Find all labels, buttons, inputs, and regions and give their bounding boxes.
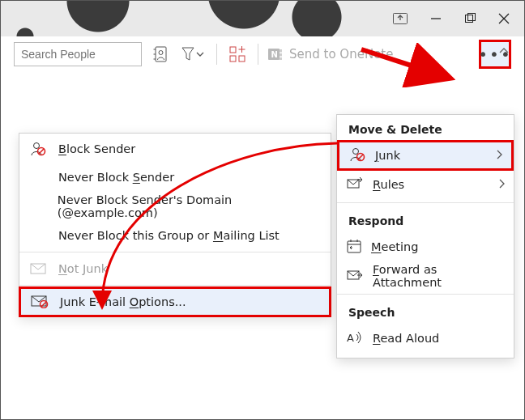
menu-label: Never Block Sender: [58, 171, 174, 184]
menu-separator: [337, 202, 514, 203]
forward-attachment-icon: [347, 269, 363, 284]
junk-icon: [349, 147, 365, 164]
menu-label: Junk E-mail Options...: [60, 295, 186, 308]
menu-label: Never Block this Group or Mailing List: [58, 229, 280, 242]
menu-label: Read Aloud: [373, 332, 439, 345]
overflow-menu: Move & Delete Junk Rules Respond Meeting…: [336, 114, 514, 358]
divider: [258, 44, 258, 65]
svg-rect-19: [280, 53, 282, 57]
block-sender-icon: [29, 142, 47, 156]
menu-label: Never Block Sender's Domain (@example.co…: [58, 193, 321, 219]
svg-point-28: [353, 148, 359, 154]
menu-label: Junk: [375, 149, 400, 162]
svg-rect-11: [230, 47, 236, 53]
search-people-input[interactable]: [14, 42, 142, 66]
chevron-right-icon: [499, 178, 506, 191]
window-titlebar: [1, 1, 524, 36]
apps-icon[interactable]: [227, 42, 248, 66]
menu-forward-attachment[interactable]: Forward as Attachment: [337, 261, 514, 291]
minimize-button[interactable]: [430, 13, 442, 24]
menu-label: Meeting: [371, 240, 418, 253]
menu-separator: [19, 285, 331, 286]
svg-rect-2: [466, 15, 473, 23]
read-aloud-icon: A: [347, 331, 363, 346]
section-respond: Respond: [337, 206, 514, 232]
close-button[interactable]: [498, 13, 510, 24]
menu-label: Not Junk: [58, 262, 108, 275]
menu-never-block-sender[interactable]: Never Block Sender: [19, 163, 331, 192]
menu-read-aloud[interactable]: A Read Aloud: [337, 324, 514, 353]
send-to-onenote-button: N Send to OneNote: [268, 47, 393, 62]
junk-options-icon: [31, 295, 49, 308]
mail-icon: [29, 263, 47, 274]
svg-rect-13: [239, 56, 245, 62]
send-to-onenote-label: Send to OneNote: [289, 47, 393, 62]
menu-label: Forward as Attachment: [373, 263, 504, 289]
menu-junk-email-options[interactable]: Junk E-mail Options...: [19, 286, 331, 317]
svg-line-23: [39, 149, 44, 154]
menu-label: Block Sender: [58, 142, 135, 155]
ribbon-collapse-icon[interactable]: [498, 45, 510, 57]
menu-never-block-domain[interactable]: Never Block Sender's Domain (@example.co…: [19, 192, 331, 221]
section-speech: Speech: [337, 298, 514, 324]
svg-text:A: A: [347, 332, 354, 344]
svg-rect-32: [348, 241, 361, 252]
section-move-delete: Move & Delete: [337, 115, 514, 141]
address-book-icon[interactable]: [150, 42, 171, 66]
svg-rect-12: [230, 56, 236, 62]
rules-icon: [347, 177, 363, 193]
ribbon-toolbar: N Send to OneNote •••: [1, 36, 524, 72]
menu-junk[interactable]: Junk: [337, 140, 514, 171]
menu-block-sender[interactable]: Block Sender: [19, 134, 331, 163]
svg-line-30: [358, 155, 363, 159]
calendar-icon: [347, 239, 361, 256]
maximize-button[interactable]: [464, 13, 476, 24]
menu-meeting[interactable]: Meeting: [337, 232, 514, 261]
menu-not-junk: Not Junk: [19, 254, 331, 283]
svg-text:N: N: [271, 50, 278, 59]
chevron-right-icon: [497, 149, 503, 162]
menu-separator: [337, 294, 514, 295]
menu-rules[interactable]: Rules: [337, 170, 514, 199]
svg-rect-20: [280, 57, 282, 60]
svg-point-21: [34, 143, 40, 149]
svg-rect-18: [280, 49, 282, 53]
divider: [216, 44, 217, 65]
menu-never-block-group[interactable]: Never Block this Group or Mailing List: [19, 221, 331, 250]
junk-submenu: Block Sender Never Block Sender Never Bl…: [19, 133, 331, 317]
filter-icon[interactable]: [179, 42, 207, 66]
present-icon[interactable]: [393, 13, 408, 24]
svg-point-7: [159, 51, 163, 55]
menu-label: Rules: [373, 178, 404, 191]
menu-separator: [19, 252, 331, 252]
svg-rect-3: [468, 14, 476, 21]
onenote-icon: N: [268, 47, 283, 62]
